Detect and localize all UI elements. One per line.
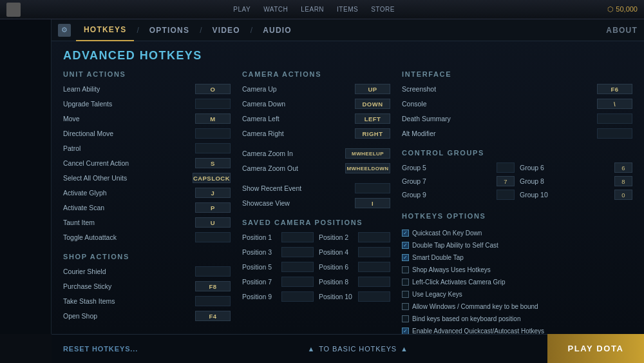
hk-cam-zoom-out-key[interactable]: MWHEELDOWN [345, 163, 390, 173]
basic-hotkeys-button[interactable]: ▲ TO BASIC HOTKEYS ▲ [307, 345, 408, 353]
hk-opt-5[interactable]: Use Legacy Keys [402, 289, 632, 299]
cg-group5: Group 5 [402, 162, 515, 173]
hk-show-recent-key[interactable] [355, 183, 390, 193]
tab-video[interactable]: VIDEO [205, 19, 248, 41]
tab-audio[interactable]: AUDIO [255, 19, 299, 41]
hk-scan-key[interactable]: P [195, 202, 231, 213]
hk-checkbox-7[interactable] [402, 315, 409, 322]
hk-glyph-key[interactable]: J [195, 188, 231, 198]
hk-purchase-sticky-key[interactable]: F8 [195, 281, 231, 291]
cam-pos9-label: Position 9 [242, 293, 281, 300]
hk-taunt-key[interactable]: U [195, 217, 231, 228]
hk-console: Console \ [402, 98, 632, 110]
cam-pos1-key[interactable] [281, 232, 314, 242]
hk-open-shop-key[interactable]: F4 [195, 311, 231, 321]
hk-checkbox-6[interactable] [402, 303, 409, 310]
hk-cam-down-key[interactable]: DOWN [355, 99, 390, 109]
mid-column: CAMERA ACTIONS Camera Up UP Camera Down … [242, 69, 390, 336]
top-bar-icons [6, 3, 21, 17]
cam-pos10-key[interactable] [358, 291, 390, 302]
cg-group9: Group 9 [402, 189, 515, 201]
hk-showcase-key[interactable]: I [355, 198, 390, 208]
cam-pos5-key[interactable] [281, 262, 314, 272]
cam-pos9-key[interactable] [281, 291, 314, 302]
hk-opt-7[interactable]: Bind keys based on keyboard position [402, 313, 632, 324]
cg-group8-key[interactable]: 8 [614, 176, 632, 186]
nav-store[interactable]: STORE [371, 6, 395, 13]
arrow-left-icon: ▲ [307, 345, 315, 353]
hk-cam-down: Camera Down DOWN [242, 98, 390, 110]
cam-pos8-key[interactable] [358, 277, 390, 287]
cg-group7-label: Group 7 [402, 177, 497, 185]
cam-pos2-key[interactable] [358, 232, 390, 242]
hk-alt-modifier: Alt Modifier [402, 128, 632, 139]
cam-pair-2: Position 3 Position 4 [242, 246, 390, 258]
hk-screenshot-key[interactable]: F6 [597, 84, 632, 94]
hk-death-summary-label: Death Summary [402, 115, 597, 123]
hk-learn-ability-key[interactable]: O [195, 84, 231, 94]
tab-bar: ⚙ HOTKEYS / OPTIONS / VIDEO / AUDIO ABOU… [52, 19, 644, 41]
tab-hotkeys[interactable]: HOTKEYS [76, 19, 134, 41]
cg-group6-key[interactable]: 6 [614, 162, 632, 173]
hk-opt-2[interactable]: Smart Double Tap [402, 252, 632, 262]
hk-move-key[interactable]: M [195, 113, 231, 124]
cg-group8: Group 8 8 [520, 175, 632, 187]
unit-actions-title: UNIT ACTIONS [63, 70, 231, 78]
cam-pos4-key[interactable] [358, 247, 390, 257]
nav-play[interactable]: PLAY [233, 6, 251, 13]
hk-taunt-label: Taunt Item [63, 219, 195, 226]
cg-group10-label: Group 10 [520, 191, 614, 199]
hk-checkbox-8[interactable] [402, 328, 409, 335]
columns: UNIT ACTIONS Learn Ability O Upgrade Tal… [63, 69, 632, 336]
tab-about[interactable]: ABOUT [606, 26, 638, 35]
nav-watch[interactable]: WATCH [263, 6, 288, 13]
hk-cam-right-key[interactable]: RIGHT [355, 128, 390, 139]
hk-opt-label-5: Use Legacy Keys [412, 291, 462, 298]
hk-death-summary-key[interactable] [597, 113, 632, 124]
cg-group9-key[interactable] [497, 190, 515, 200]
hk-take-stash-key[interactable] [195, 296, 231, 306]
hk-cam-zoom-in-key[interactable]: MWHEELUP [345, 148, 390, 159]
hk-courier-shield-key[interactable] [195, 266, 231, 277]
hk-patrol-key[interactable] [195, 143, 231, 153]
hk-checkbox-1[interactable] [402, 242, 409, 249]
hk-upgrade-talents-key[interactable] [195, 99, 231, 109]
hk-opt-6[interactable]: Allow Windows / Command key to be bound [402, 301, 632, 311]
hk-checkbox-2[interactable] [402, 254, 409, 261]
cg-group5-key[interactable] [497, 162, 515, 173]
reset-hotkeys-button[interactable]: RESET HOTKEYS... [63, 345, 138, 353]
hk-select-all: Select All Other Units CAPSLOCK [63, 172, 231, 184]
cam-pos6-key[interactable] [358, 262, 390, 272]
hk-show-recent: Show Recent Event [242, 182, 390, 194]
hk-alt-modifier-key[interactable] [597, 128, 632, 139]
play-dota-button[interactable]: PLAY DOTA [547, 334, 644, 363]
hk-cancel-key[interactable]: S [195, 158, 231, 168]
cg-group10-key[interactable]: 0 [614, 190, 632, 200]
content-area: ADVANCED HOTKEYS UNIT ACTIONS Learn Abil… [52, 41, 644, 334]
hk-opt-label-3: Shop Always Uses Hotkeys [412, 266, 491, 273]
cam-pos3-key[interactable] [281, 247, 314, 257]
hk-cam-zoom-out: Camera Zoom Out MWHEELDOWN [242, 162, 390, 174]
cam-pos7-key[interactable] [281, 277, 314, 287]
sep-1: / [134, 26, 141, 35]
hk-directional-move-key[interactable] [195, 128, 231, 139]
hk-console-key[interactable]: \ [597, 99, 632, 109]
hk-checkbox-4[interactable] [402, 279, 409, 286]
nav-items[interactable]: ITEMS [337, 6, 358, 13]
nav-learn[interactable]: LEARN [301, 6, 324, 13]
hk-toggle-autoattack-key[interactable] [195, 232, 231, 242]
hk-checkbox-3[interactable] [402, 266, 409, 273]
hk-opt-3[interactable]: Shop Always Uses Hotkeys [402, 264, 632, 275]
hk-opt-1[interactable]: Double Tap Ability to Self Cast [402, 240, 632, 250]
hk-cam-up-key[interactable]: UP [355, 84, 390, 94]
hk-cam-left-key[interactable]: LEFT [355, 113, 390, 124]
hk-opt-0[interactable]: Quickcast On Key Down [402, 228, 632, 238]
hk-patrol-label: Patrol [63, 144, 195, 152]
hk-select-all-key[interactable]: CAPSLOCK [193, 173, 231, 183]
hk-checkbox-5[interactable] [402, 291, 409, 298]
hk-opt-4[interactable]: Left-Click Activates Camera Grip [402, 277, 632, 287]
hk-showcase-label: Showcase View [242, 199, 355, 207]
tab-options[interactable]: OPTIONS [142, 19, 197, 41]
hk-checkbox-0[interactable] [402, 230, 409, 237]
cg-group7-key[interactable]: 7 [497, 176, 515, 186]
